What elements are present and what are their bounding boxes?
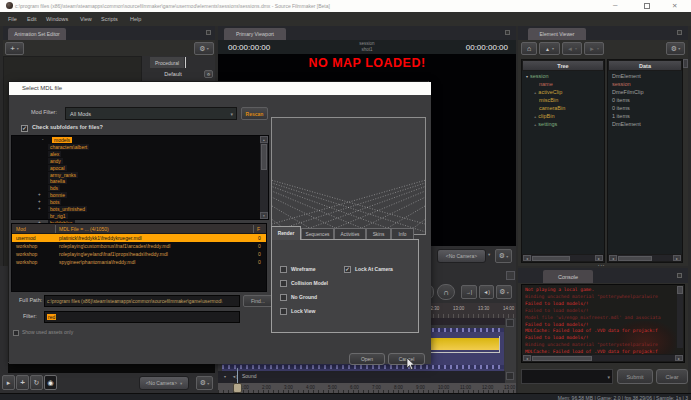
sound-collapse-arrow[interactable]: ▾ — [224, 374, 226, 379]
ev-tree-hscrollbar[interactable]: ◂▸ — [522, 254, 604, 262]
ev-splitter-dots[interactable]: ••• — [598, 263, 610, 266]
dialog-titlebar[interactable]: Select MDL file — [9, 82, 431, 95]
sound-track-row[interactable]: ▾ ◄) Sound — [218, 371, 505, 383]
tab-element-viewer[interactable]: Element Viewer — [528, 28, 586, 40]
viewport-camera-dropdown-arrow[interactable]: ▾ — [488, 252, 490, 257]
folder-item[interactable]: apocal — [48, 165, 67, 171]
viewport-camera-dropdown[interactable]: <No Camera> — [437, 249, 486, 263]
playhead-handle[interactable] — [233, 383, 242, 393]
menu-view[interactable]: View — [80, 16, 92, 22]
headphone-button[interactable]: ∩ — [437, 284, 455, 300]
ev-vscroll-up[interactable] — [683, 59, 688, 68]
tab-procedural[interactable]: Procedural — [150, 57, 184, 68]
rescan-button[interactable]: Rescan — [241, 107, 268, 120]
ev-data-row[interactable]: DmElement — [612, 73, 641, 79]
menu-scripts[interactable]: Scripts — [101, 16, 118, 22]
minimize-button[interactable]: – — [613, 0, 617, 9]
folder-item[interactable]: bots_unfinished — [48, 206, 87, 212]
ev-panel-menu-icon[interactable] — [677, 30, 682, 35]
clear-button[interactable]: Clear — [656, 369, 688, 384]
folder-item[interactable]: bds — [48, 185, 60, 191]
checkbox-no-ground[interactable] — [280, 294, 287, 301]
menu-edit[interactable]: Edit — [27, 16, 36, 22]
ev-data-row[interactable]: 1 items — [612, 113, 630, 119]
console-hscrollbar[interactable]: ◂▸ — [522, 354, 684, 362]
ev-tree-row[interactable]: miscBin — [534, 97, 558, 103]
home-button[interactable]: ⌂ — [521, 42, 537, 55]
folder-expander-icon[interactable]: + — [38, 199, 41, 204]
tab-animation-set-editor[interactable]: Animation Set Editor — [8, 28, 66, 40]
console-combo-arrow[interactable]: ▾ — [607, 374, 610, 380]
tree-expander-icon[interactable]: + — [534, 114, 536, 119]
up-button[interactable]: ▲▾ — [539, 42, 560, 55]
back-button[interactable]: ◄▾ — [562, 42, 582, 55]
viewport-panel-menu-icon[interactable] — [505, 30, 510, 35]
ev-data-hscrollbar[interactable]: ◂▸ — [608, 254, 682, 262]
ev-data-row[interactable]: session — [612, 81, 631, 87]
checkbox-collision-model[interactable] — [280, 280, 287, 287]
folder-tree-vscrollbar[interactable]: ▴ ▾ — [260, 136, 268, 219]
maximize-button[interactable] — [644, 3, 650, 9]
tab-console[interactable]: Console — [543, 270, 593, 283]
folder-expander-icon[interactable]: + — [38, 206, 41, 211]
ev-tree-row[interactable]: +clipBin — [534, 113, 555, 119]
timeline-camera-dropdown[interactable]: <No Camera>▾ — [139, 376, 189, 390]
tool-pointer-button[interactable]: ▸ — [2, 375, 15, 390]
menu-file[interactable]: File — [8, 16, 17, 22]
skip-to-end-button[interactable]: →| — [461, 285, 477, 299]
ev-data-row[interactable]: DmElement — [612, 121, 641, 127]
tool-rotate-button[interactable]: ↻ — [30, 375, 43, 390]
tree-expander-icon[interactable]: ▾ — [526, 74, 528, 79]
find-button[interactable]: Find... — [243, 295, 273, 307]
tool-record-button[interactable]: ◉ — [44, 375, 57, 390]
file-table-row[interactable]: workshoproleplaying\eyeland\fnaf1\props\… — [12, 250, 266, 258]
folder-tree[interactable]: ▴ ▾ -modelscharacters\albertalexandyapoc… — [11, 135, 269, 220]
subfolders-checkbox[interactable]: ✓ — [21, 125, 28, 132]
forward-button[interactable]: ►▾ — [584, 42, 604, 55]
console-panel-menu-icon[interactable] — [677, 273, 682, 278]
ev-tree-row[interactable]: cameraBin — [534, 105, 565, 111]
ev-tree-row[interactable]: name — [534, 81, 553, 87]
folder-item[interactable]: models — [52, 137, 72, 143]
folder-expander-icon[interactable]: - — [42, 137, 44, 142]
mod-filter-dropdown[interactable]: All Mods ▾ — [65, 107, 237, 120]
file-table-row[interactable]: usermodplatinick\freddykk1\freddykrueger… — [12, 234, 266, 242]
checkbox-wireframe[interactable] — [280, 266, 287, 273]
ev-data-row[interactable]: 0 items — [612, 105, 630, 111]
ev-data-row[interactable]: DmeFilmClip — [612, 89, 643, 95]
checkbox-lock-at-camera[interactable]: ✓ — [344, 266, 351, 273]
console-vscrollbar[interactable] — [677, 286, 683, 348]
model-preview[interactable] — [271, 117, 426, 235]
ev-data-row[interactable]: 0 items — [612, 97, 630, 103]
ev-gear-button[interactable]: ⚙▾ — [666, 42, 685, 55]
gutter-button-top[interactable] — [506, 319, 514, 327]
folder-item[interactable]: bots — [48, 199, 61, 205]
folder-item[interactable]: alex — [48, 151, 61, 157]
tree-expander-icon[interactable]: + — [534, 90, 536, 95]
viewport-gear-button[interactable]: ⚙▾ — [495, 249, 512, 263]
timeline-ruler-bottom[interactable]: 1:002:003:004:005:006:007:008:009:0010:0… — [218, 383, 516, 393]
ev-tree-header[interactable]: Tree — [522, 60, 604, 71]
tree-expander-icon[interactable]: + — [534, 122, 536, 127]
folder-expander-icon[interactable]: + — [38, 192, 41, 197]
file-table-header[interactable]: Mod MDL File = ... (4/1050) F — [12, 224, 266, 234]
add-animation-set-button[interactable]: +▾ — [5, 42, 24, 55]
folder-item[interactable]: andy — [48, 158, 63, 164]
ev-tree-row[interactable]: +activeClip — [534, 89, 562, 95]
file-table[interactable]: Mod MDL File = ... (4/1050) F usermodpla… — [11, 223, 267, 292]
menu-help[interactable]: Help — [130, 16, 141, 22]
ev-tree-row[interactable]: +settings — [534, 121, 557, 127]
file-table-row[interactable]: workshopspygineer\phantomania\freddy.mdl… — [12, 258, 266, 266]
ev-tree-row[interactable]: ▾session — [526, 73, 549, 79]
tab-primary-viewport[interactable]: Primary Viewport — [224, 28, 286, 40]
tool-move-button[interactable]: + — [16, 375, 29, 390]
folder-item[interactable]: characters\albert — [48, 144, 89, 150]
menu-windows[interactable]: Windows — [46, 16, 68, 22]
dialog-tab-render[interactable]: Render — [271, 226, 301, 240]
file-table-row[interactable]: workshoproleplaying\custombonus\fnaf1\ar… — [12, 242, 266, 250]
folder-item[interactable]: bonnie — [48, 192, 67, 198]
timeline-gear-button[interactable]: ⚙▾ — [196, 376, 213, 390]
sound-mute-button[interactable]: ◄) — [479, 285, 494, 299]
folder-item[interactable]: barella — [48, 178, 67, 184]
open-button[interactable]: Open — [349, 353, 385, 365]
